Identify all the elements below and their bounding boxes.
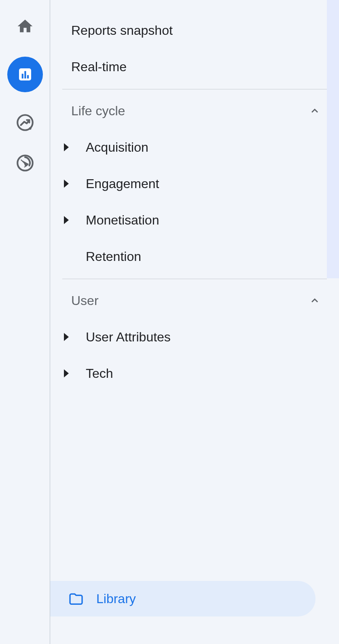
triangle-right-icon <box>64 333 69 341</box>
sub-item-monetisation[interactable]: Monetisation <box>62 202 327 238</box>
sub-item-label: Acquisition <box>86 140 148 155</box>
triangle-right-icon <box>64 143 69 151</box>
sub-item-retention[interactable]: Retention <box>62 238 327 275</box>
sub-item-label: Engagement <box>86 176 159 191</box>
nav-item-label: Reports snapshot <box>71 23 173 38</box>
sub-item-label: Monetisation <box>86 213 159 228</box>
svg-rect-2 <box>24 71 26 78</box>
section-header-lifecycle[interactable]: Life cycle <box>62 93 327 129</box>
triangle-right-icon <box>64 369 69 377</box>
sub-item-tech[interactable]: Tech <box>62 355 327 392</box>
icon-rail <box>0 0 50 644</box>
section-label: Life cycle <box>71 104 125 119</box>
sub-item-label: User Attributes <box>86 330 171 345</box>
chevron-up-icon <box>309 105 320 117</box>
explore-icon[interactable] <box>15 112 35 133</box>
chevron-up-icon <box>309 295 320 306</box>
home-icon[interactable] <box>15 16 35 36</box>
sub-item-label: Tech <box>86 366 113 381</box>
folder-icon <box>68 591 84 607</box>
sub-item-acquisition[interactable]: Acquisition <box>62 129 327 165</box>
section-header-user[interactable]: User <box>62 282 327 319</box>
divider <box>62 89 327 89</box>
sub-item-user-attributes[interactable]: User Attributes <box>62 319 327 355</box>
triangle-right-icon <box>64 216 69 224</box>
advertising-icon[interactable] <box>15 153 35 173</box>
nav-content: Reports snapshot Real-time Life cycle Ac… <box>50 0 339 644</box>
reports-icon[interactable] <box>7 57 43 92</box>
nav-item-label: Real-time <box>71 59 127 74</box>
section-label: User <box>71 293 99 308</box>
library-label: Library <box>96 591 136 606</box>
library-button[interactable]: Library <box>50 581 316 616</box>
svg-point-5 <box>29 127 31 129</box>
nav-item-realtime[interactable]: Real-time <box>62 49 327 85</box>
nav-panel: Reports snapshot Real-time Life cycle Ac… <box>50 0 339 644</box>
triangle-right-icon <box>64 180 69 188</box>
nav-item-reports-snapshot[interactable]: Reports snapshot <box>62 12 327 49</box>
svg-rect-1 <box>21 74 23 78</box>
sub-item-engagement[interactable]: Engagement <box>62 165 327 202</box>
svg-rect-3 <box>27 75 29 78</box>
divider <box>62 279 327 279</box>
sub-item-label: Retention <box>86 249 141 264</box>
